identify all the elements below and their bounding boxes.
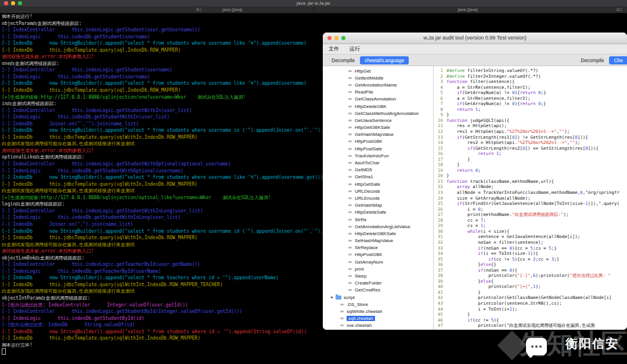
tab-cheetah-right[interactable]: Che	[609, 56, 627, 64]
tree-item-function[interactable]: GetSha1	[323, 174, 433, 181]
code-line: 20}	[434, 173, 627, 179]
minimize-button[interactable]	[334, 36, 338, 40]
tree-item-file-selected[interactable]: sqll.cheetah	[323, 315, 433, 322]
line-number: 20	[434, 173, 443, 179]
zoom-button[interactable]	[341, 36, 345, 40]
tree-item-function[interactable]: AsciiToChar	[323, 159, 433, 166]
tree-item-function[interactable]: GetAnnotationArgListValue	[323, 223, 433, 230]
function-icon	[348, 134, 352, 135]
line-number: 37	[434, 268, 443, 273]
line-number: 33	[434, 246, 443, 251]
code-line: 29 cs = 1;	[434, 223, 627, 229]
close-button[interactable]	[327, 36, 331, 40]
tree-item-function[interactable]: HttpDeleteSafe	[323, 209, 433, 216]
tree-item-function[interactable]: HttpGetGBKSafe	[323, 124, 433, 131]
tab-decompile-right[interactable]: Decompile	[576, 56, 608, 64]
tree-item-function[interactable]: ReadFile	[323, 89, 433, 96]
close-button[interactable]	[4, 1, 8, 5]
left-tab-group: Decompile cheetahLanguage	[327, 56, 409, 64]
file-icon	[340, 311, 344, 312]
tree-item-function[interactable]: HttpPostGBK	[323, 138, 433, 145]
tree-item-function[interactable]: GetArrayNum	[323, 258, 433, 265]
code-line: 18 }	[434, 162, 627, 168]
line-number: 3	[434, 79, 443, 85]
line-number: 14	[434, 140, 443, 146]
tree-item-function[interactable]: GetCmdRes	[323, 287, 433, 294]
tree-item-function[interactable]: HttpPostSafe	[323, 145, 433, 152]
tree-item-function[interactable]: Sleep	[323, 272, 433, 279]
right-tab-group: Decompile Che	[576, 56, 627, 64]
code-line: 12 res1 = HttpGet(api."%27%20or%201=1--+…	[434, 129, 627, 135]
code-line: 8 return 1;	[434, 107, 627, 113]
menu-file[interactable]: 文件	[329, 45, 339, 53]
tree-item-function[interactable]: GetHashMapValue	[323, 131, 433, 138]
tree-item-function[interactable]: StrReplace	[323, 244, 433, 251]
code-line: 38 printcolor("[-]",6);printcolor("想办法绕过…	[434, 273, 627, 279]
tree-item-function[interactable]: URLDecode	[323, 188, 433, 194]
code-line: 33 if(noSan == 0){cc = 5;cs = 5;}	[434, 246, 627, 251]
tree-item-function[interactable]: HttpDeleteGBK	[323, 103, 433, 110]
code-line: 3function filter(sentence){	[434, 79, 627, 85]
line-number: 41	[434, 290, 443, 295]
terminal-tab-1[interactable]: ⌘1 java (java)	[0, 6, 314, 13]
tree-item-function[interactable]: HttpGet	[323, 67, 433, 74]
code-line: 22 array allNode;	[434, 184, 627, 190]
terminal-line: 脚本开始运行!	[2, 13, 627, 20]
line-number: 38	[434, 273, 443, 279]
tree-item-function[interactable]: SetHashMapValue	[323, 237, 433, 244]
line-number: 39	[434, 279, 443, 284]
tree-item-file[interactable]: sqlWhite.cheetah	[323, 308, 433, 315]
tree-item-function[interactable]: CreateFolder	[323, 280, 433, 287]
code-editor[interactable]: 1#define filter1=String.valueOf(.*?)2#de…	[434, 66, 627, 330]
tree-item-function[interactable]: TrackVarIntoFun	[323, 152, 433, 159]
tree-item-function[interactable]: URLEncode	[323, 194, 433, 201]
tree-item-function[interactable]: StrRe	[323, 216, 433, 223]
tree-item-function[interactable]: GetJavaSentence	[323, 117, 433, 124]
tree-item-file[interactable]: .DS_Store	[323, 301, 433, 308]
tree-item-function[interactable]: print	[323, 265, 433, 272]
code-line: 43 printcolor(sentence.StrRN(),cs);	[434, 301, 627, 307]
tree-item-function[interactable]: GetClassAnnotation	[323, 96, 433, 103]
code-line: 28 cc = 7;	[434, 218, 627, 224]
code-line: 30 while(i < size){	[434, 229, 627, 235]
function-icon	[348, 247, 352, 248]
tree-item-function[interactable]: HttpDeleteGBKSafe	[323, 230, 433, 237]
function-icon	[348, 289, 352, 291]
function-tree[interactable]: HttpGetGettextMiddleGetAnnotationNameRea…	[323, 66, 434, 330]
code-line: 26 i = 0;	[434, 207, 627, 212]
line-number: 8	[434, 107, 443, 113]
terminal-tab-2[interactable]: java (java) ⌘2	[314, 6, 627, 13]
line-number: 45	[434, 312, 443, 318]
code-line: 32 noSan = filter(sentence);	[434, 240, 627, 246]
minimize-button[interactable]	[11, 1, 15, 5]
tree-item-function[interactable]: HttpGetSafe	[323, 181, 433, 188]
function-icon	[348, 84, 352, 86]
folder-icon	[336, 295, 341, 300]
line-number: 17	[434, 157, 443, 163]
tree-item-function[interactable]: HttpPostGBK	[323, 251, 433, 258]
code-line: 6 a = StrRe(sentence,filter2);	[434, 96, 627, 102]
line-number: 43	[434, 301, 443, 307]
function-icon	[348, 254, 352, 255]
tab-decompile[interactable]: Decompile	[327, 56, 359, 64]
line-number: 26	[434, 207, 443, 212]
terminal-line: 脚本运行完毕!	[2, 342, 627, 349]
tree-item-function[interactable]: GetMD5	[323, 167, 433, 174]
tree-folder-script[interactable]: ▼script	[323, 294, 433, 301]
tree-item-file[interactable]: xxe.cheetah	[323, 322, 433, 329]
tree-item-function[interactable]: GetClassMethodArgAnnotation	[323, 110, 433, 117]
function-icon	[348, 275, 352, 277]
tree-item-function[interactable]: GetHashMap	[323, 202, 433, 209]
function-icon	[348, 219, 352, 221]
terminal-line: objectParam白盒测试调用链路跟踪:	[2, 20, 627, 27]
menubar: 文件 运行	[323, 44, 627, 55]
tree-item-function[interactable]: GetAnnotationName	[323, 81, 433, 88]
code-line: 47 printcolor("白盒测试发现此调用链可能存在漏洞,生成测	[434, 323, 627, 329]
tree-item-function[interactable]: GettextMiddle	[323, 74, 433, 81]
menu-run[interactable]: 运行	[349, 45, 360, 53]
tab-cheetah-language[interactable]: cheetahLanguage	[360, 56, 409, 64]
function-icon	[348, 148, 352, 150]
zoom-button[interactable]	[18, 1, 22, 5]
file-icon	[340, 304, 344, 305]
file-icon	[340, 318, 344, 319]
